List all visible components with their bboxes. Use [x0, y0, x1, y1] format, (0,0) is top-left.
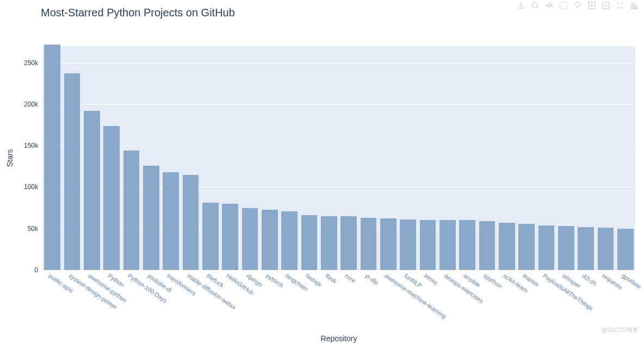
bar[interactable] — [518, 224, 535, 270]
bar[interactable] — [262, 210, 278, 270]
x-tick-label: flask — [324, 272, 338, 285]
chart-title: Most-Starred Python Projects on GitHub — [41, 7, 235, 19]
bar[interactable] — [499, 223, 515, 270]
bar[interactable] — [64, 73, 81, 270]
x-tick-label: requests — [601, 272, 623, 291]
bar[interactable] — [183, 175, 199, 270]
bar[interactable] — [479, 221, 496, 270]
bar[interactable] — [400, 219, 416, 270]
y-tick-label: 200k — [5, 101, 38, 108]
bar[interactable] — [459, 220, 475, 270]
chart-container: { "chart_data": { "type": "bar", "title"… — [0, 0, 644, 345]
bar[interactable] — [301, 215, 318, 270]
x-tick-label: yt-dlp — [364, 272, 380, 286]
box-select-icon[interactable] — [558, 0, 569, 11]
download-icon[interactable] — [516, 0, 527, 11]
bar[interactable] — [538, 225, 555, 270]
y-tick-label: 150k — [5, 142, 38, 149]
bar[interactable] — [321, 216, 337, 270]
bar[interactable] — [84, 111, 100, 270]
y-axis-title: Stars — [5, 149, 14, 167]
bar[interactable] — [242, 208, 258, 270]
bars-layer — [42, 46, 635, 270]
bar[interactable] — [123, 150, 140, 270]
bar[interactable] — [281, 211, 298, 270]
x-tick-label: pytorch — [265, 272, 284, 289]
reset-axes-icon[interactable] — [629, 0, 640, 11]
bar[interactable] — [340, 216, 357, 270]
x-tick-label: core — [344, 272, 357, 284]
x-tick-label: d2l-zh — [581, 272, 598, 287]
autoscale-icon[interactable] — [615, 0, 626, 11]
zoom-out-icon[interactable] — [600, 0, 611, 11]
y-tick-label: 0 — [5, 266, 38, 274]
watermark: @51CTO博客 — [602, 326, 639, 334]
bar[interactable] — [558, 226, 574, 270]
bar[interactable] — [617, 229, 634, 270]
bar[interactable] — [103, 126, 120, 271]
bar[interactable] — [598, 228, 614, 270]
svg-rect-1 — [560, 2, 567, 9]
zoom-in-icon[interactable] — [586, 0, 597, 11]
bar[interactable] — [202, 203, 219, 270]
svg-point-0 — [532, 2, 537, 8]
bar[interactable] — [44, 45, 60, 270]
x-labels-layer: public-apissystem-design-primerawesome-p… — [42, 270, 635, 335]
bar[interactable] — [439, 220, 456, 270]
bar[interactable] — [578, 227, 594, 270]
bar[interactable] — [163, 172, 179, 270]
x-tick-label: cpython — [482, 272, 503, 290]
y-tick-label: 250k — [5, 59, 38, 67]
pan-icon[interactable] — [544, 0, 555, 11]
x-tick-label: gpt4free — [621, 272, 642, 290]
bar[interactable] — [420, 220, 436, 270]
bar[interactable] — [361, 218, 377, 270]
bar[interactable] — [380, 218, 397, 270]
plot-toolbar — [516, 0, 640, 11]
x-tick-label: keras — [423, 272, 439, 286]
zoom-icon[interactable] — [530, 0, 541, 11]
bar[interactable] — [143, 166, 159, 270]
x-axis-title: Repository — [42, 334, 635, 343]
lasso-select-icon[interactable] — [572, 0, 583, 11]
y-tick-label: 50k — [5, 225, 38, 233]
y-tick-label: 100k — [5, 183, 38, 191]
bar[interactable] — [222, 204, 238, 270]
